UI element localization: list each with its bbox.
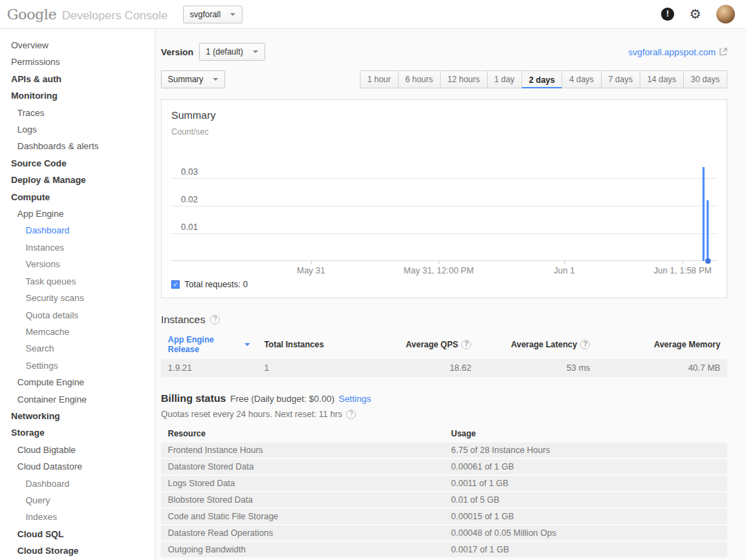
chart-x-tickmark <box>439 261 439 264</box>
instances-value-average-latency: 53 ms <box>478 363 597 373</box>
sidebar-item-apis-auth[interactable]: APIs & auth <box>0 71 155 88</box>
sidebar-item-search[interactable]: Search <box>0 340 155 357</box>
sidebar-item-indexes[interactable]: Indexes <box>0 509 155 525</box>
sidebar-item-cloud-bigtable[interactable]: Cloud Bigtable <box>0 442 155 458</box>
instances-value-total-instances: 1 <box>257 363 365 373</box>
time-range-1-day[interactable]: 1 day <box>487 70 522 88</box>
time-range-14-days[interactable]: 14 days <box>640 70 684 88</box>
sidebar-item-deploy-manage[interactable]: Deploy & Manage <box>0 172 155 189</box>
sidebar-item-dashboard[interactable]: Dashboard <box>0 222 155 239</box>
logo-google-text: Google <box>7 6 57 23</box>
sidebar-item-cloud-storage[interactable]: Cloud Storage <box>0 543 155 559</box>
help-icon[interactable] <box>210 315 220 325</box>
gear-icon[interactable] <box>689 8 701 21</box>
time-range-4-days[interactable]: 4 days <box>562 70 601 88</box>
resource-name: Logs Stored Data <box>161 476 444 491</box>
resource-name: Frontend Instance Hours <box>161 443 444 458</box>
sidebar-item-security-scans[interactable]: Security scans <box>0 290 155 307</box>
sidebar-item-permissions[interactable]: Permissions <box>0 54 155 70</box>
quota-row: Quotas reset every 24 hours. Next reset:… <box>161 409 727 419</box>
sidebar-item-storage[interactable]: Storage <box>0 425 155 441</box>
sidebar-item-logs[interactable]: Logs <box>0 122 155 138</box>
billing-title: Billing status <box>161 392 226 404</box>
time-range-12-hours[interactable]: 12 hours <box>440 70 488 88</box>
resources-table-body: Frontend Instance Hours6.75 of 28 Instan… <box>161 443 727 557</box>
chart-xtick-label: Jun 1, 1:58 PM <box>653 266 711 276</box>
sidebar-item-cloud-sql[interactable]: Cloud SQL <box>0 526 155 543</box>
external-link-icon <box>719 48 727 56</box>
sidebar-item-networking[interactable]: Networking <box>0 408 155 425</box>
instances-col-average-memory: Average Memory <box>597 340 727 349</box>
time-range-2-days[interactable]: 2 days <box>522 70 562 88</box>
sidebar-item-memcache[interactable]: Memcache <box>0 324 155 340</box>
chart-x-tickmark <box>311 261 312 264</box>
time-range-30-days[interactable]: 30 days <box>683 70 727 88</box>
resources-table: ResourceUsage Frontend Instance Hours6.7… <box>161 426 727 557</box>
metric-selector-dropdown[interactable]: Summary <box>161 70 225 88</box>
app-url-link[interactable]: svgforall.appspot.com <box>629 47 727 57</box>
summary-chart-card: Summary Count/sec 0.030.020.01 May 31May… <box>161 99 727 298</box>
sidebar-item-cloud-datastore[interactable]: Cloud Datastore <box>0 458 155 475</box>
sidebar-item-dashboards-alerts[interactable]: Dashboards & alerts <box>0 138 155 155</box>
top-bar: Google Developers Console svgforall <box>0 0 746 29</box>
resource-row: Outgoing Bandwidth0.0017 of 1 GB <box>161 542 727 557</box>
project-selector-label: svgforall <box>190 10 221 19</box>
sidebar-nav: OverviewPermissionsAPIs & authMonitoring… <box>0 29 155 560</box>
help-icon[interactable] <box>346 409 356 419</box>
instances-table: App Engine ReleaseTotal InstancesAverage… <box>161 331 727 377</box>
help-icon[interactable] <box>580 340 590 349</box>
chart-plot: 0.030.020.01 <box>171 151 717 261</box>
instances-value-average-memory: 40.7 MB <box>597 363 727 373</box>
time-range-6-hours[interactable]: 6 hours <box>398 70 441 88</box>
resource-name: Datastore Stored Data <box>161 459 444 474</box>
sidebar-item-instances[interactable]: Instances <box>0 240 155 256</box>
resource-row: Blobstore Stored Data0.01 of 5 GB <box>161 492 727 508</box>
column-header-label: App Engine Release <box>168 335 241 354</box>
help-icon[interactable] <box>461 340 471 349</box>
notification-icon[interactable] <box>661 8 674 21</box>
instances-header-row: App Engine ReleaseTotal InstancesAverage… <box>161 331 727 358</box>
chart-gridline: 0.03 <box>171 178 717 179</box>
sidebar-item-compute-engine[interactable]: Compute Engine <box>0 374 155 391</box>
legend-checkbox-icon[interactable] <box>171 280 180 289</box>
instances-data-row: 1.9.21118.6253 ms40.7 MB <box>161 359 727 377</box>
sidebar-item-dashboard[interactable]: Dashboard <box>0 476 155 492</box>
project-selector[interactable]: svgforall <box>183 6 243 23</box>
resource-name: Datastore Read Operations <box>161 525 444 541</box>
sidebar-item-traces[interactable]: Traces <box>0 105 155 122</box>
sidebar-item-monitoring[interactable]: Monitoring <box>0 88 155 104</box>
legend-label: Total requests: 0 <box>184 280 248 289</box>
instances-heading: Instances <box>161 313 727 325</box>
time-range-7-days[interactable]: 7 days <box>601 70 640 88</box>
sidebar-item-compute[interactable]: Compute <box>0 189 155 206</box>
chevron-down-icon <box>253 50 258 53</box>
chart-series-spike <box>707 200 709 261</box>
chart-xtick-label: May 31, 12:00 PM <box>403 266 473 276</box>
top-bar-icons <box>661 5 735 23</box>
chart-y-axis-label: Count/sec <box>171 127 717 137</box>
sidebar-item-container-engine[interactable]: Container Engine <box>0 392 155 408</box>
instances-col-app-engine-release[interactable]: App Engine Release <box>161 335 257 354</box>
sidebar-item-task-queues[interactable]: Task queues <box>0 273 155 290</box>
sidebar-item-quota-details[interactable]: Quota details <box>0 307 155 324</box>
version-dropdown-value: 1 (default) <box>206 47 243 57</box>
sidebar-item-query[interactable]: Query <box>0 492 155 509</box>
column-header-label: Average Memory <box>654 340 720 349</box>
billing-row: Billing status Free (Daily budget: $0.00… <box>161 392 727 404</box>
chart-series-spike <box>702 167 705 261</box>
resource-row: Datastore Read Operations0.00048 of 0.05… <box>161 525 727 541</box>
sidebar-item-settings[interactable]: Settings <box>0 358 155 374</box>
chart-ytick-label: 0.02 <box>181 195 198 204</box>
billing-settings-link[interactable]: Settings <box>338 394 371 404</box>
time-range-group: 1 hour6 hours12 hours1 day2 days4 days7 … <box>361 70 727 88</box>
avatar[interactable] <box>716 5 735 23</box>
sidebar-item-versions[interactable]: Versions <box>0 256 155 273</box>
sidebar-item-source-code[interactable]: Source Code <box>0 155 155 172</box>
sidebar-item-app-engine[interactable]: App Engine <box>0 206 155 222</box>
metric-selector-value: Summary <box>168 75 203 84</box>
version-dropdown[interactable]: 1 (default) <box>199 43 265 61</box>
sidebar-item-overview[interactable]: Overview <box>0 37 155 54</box>
time-range-1-hour[interactable]: 1 hour <box>360 70 399 88</box>
resource-row: Code and Static File Storage0.00015 of 1… <box>161 509 727 524</box>
chart-xtick-label: May 31 <box>297 266 325 276</box>
